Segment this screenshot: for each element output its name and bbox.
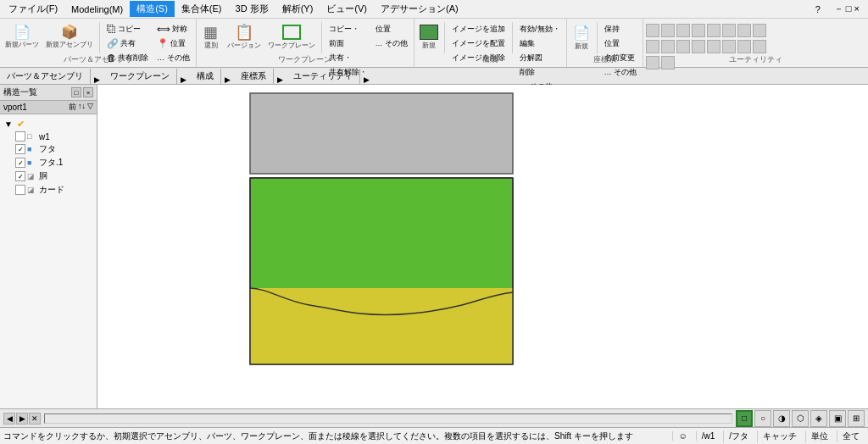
unshare-button[interactable]: 共有解除・	[326, 65, 370, 79]
utility-btn-8[interactable]	[753, 24, 766, 37]
menu-adstation[interactable]: アデサーション(A)	[374, 1, 465, 17]
share-button[interactable]: 🔗共有	[103, 36, 152, 50]
sort-button[interactable]: ▦ 選別	[199, 22, 223, 53]
utility-btn-5[interactable]	[707, 24, 721, 37]
view-btn-7[interactable]: ⊞	[848, 410, 865, 427]
panel-float-button[interactable]: □	[71, 87, 81, 97]
new-coord-button[interactable]: 📄 新規	[570, 22, 593, 53]
share-icon: 🔗	[107, 38, 119, 49]
edit-button[interactable]: 編集	[516, 36, 564, 50]
view-btn-3[interactable]: ◑	[773, 410, 790, 427]
enable-disable-button[interactable]: 有効/無効・	[516, 22, 564, 36]
add-image-button[interactable]: イメージを追加	[448, 22, 509, 36]
delete2-button[interactable]: 削除	[516, 65, 564, 79]
utility-btn-14[interactable]	[722, 40, 736, 53]
tree-check-futa1[interactable]	[15, 158, 25, 168]
utility-btn-16[interactable]	[753, 40, 766, 53]
utility-btn-10[interactable]	[661, 40, 675, 53]
new-assembly-button[interactable]: 📦 新規アセンブリ	[43, 22, 96, 53]
symmetry-button[interactable]: ⟺対称	[153, 22, 193, 36]
tree-item-body[interactable]: ◪ 胴	[2, 169, 95, 183]
place-image-button[interactable]: イメージを配置	[448, 36, 509, 50]
menu-analysis[interactable]: 解析(Y)	[275, 1, 320, 17]
version-icon: 📋	[235, 25, 253, 40]
tab-workplane-arrow[interactable]: ▶	[177, 75, 190, 84]
tree-item-card[interactable]: ◪ カード	[2, 183, 95, 197]
menu-modeling[interactable]: Modeling(M)	[64, 3, 130, 16]
tree-label-w1: w1	[39, 132, 50, 142]
menu-3d[interactable]: 3D 形形	[229, 1, 275, 17]
copy-button[interactable]: ⿻コピー	[103, 22, 152, 36]
menu-view[interactable]: ビュー(V)	[320, 1, 374, 17]
tab-parts-arrow[interactable]: ▶	[91, 75, 103, 84]
utility-btn-12[interactable]	[692, 40, 705, 53]
viewport[interactable]	[97, 85, 868, 408]
tree-check-body[interactable]	[15, 171, 25, 181]
workplane-icon	[282, 25, 301, 40]
symmetry-icon: ⟺	[157, 24, 170, 35]
tree-item-futa1[interactable]: ■ フタ.1	[2, 156, 95, 169]
view-btn-4[interactable]: ⬡	[792, 410, 809, 427]
menu-help[interactable]: ?	[809, 3, 827, 16]
viewport-filter-icon[interactable]: ▽	[87, 102, 93, 113]
tree-expand-icon: ▼	[3, 119, 14, 129]
status-indicator-3: キャッチ	[757, 430, 802, 442]
viewport-sort-icon[interactable]: ↑↓	[78, 102, 86, 113]
status-message: コマンドをクリックするか、初期選択でアセンブリ、パーツ、ワークプレーン、面または…	[3, 430, 669, 442]
view-btn-2[interactable]: ○	[754, 410, 771, 427]
utility-btn-6[interactable]	[722, 24, 736, 37]
utility-btn-9[interactable]	[646, 40, 659, 53]
menu-assembly[interactable]: 集合体(E)	[175, 1, 229, 17]
menu-window-controls[interactable]: － □ ×	[827, 1, 866, 17]
view-btn-5[interactable]: ◈	[810, 410, 827, 427]
scroll-right-button[interactable]: ▶	[16, 413, 28, 425]
other4-button[interactable]: … その他	[601, 65, 641, 79]
tree-item-futa[interactable]: ■ フタ	[2, 142, 95, 156]
scroll-x-button[interactable]: ✕	[29, 413, 41, 425]
utility-btn-15[interactable]	[737, 40, 751, 53]
tab-coordinate[interactable]: 座標系	[234, 69, 274, 84]
tree-check-w1[interactable]	[15, 131, 25, 142]
copy2-button[interactable]: コピー・	[326, 22, 370, 36]
horizontal-scrollbar[interactable]	[44, 413, 732, 424]
position2-button[interactable]: 位置	[372, 22, 412, 36]
view-btn-1[interactable]: □	[736, 410, 753, 427]
hold-button[interactable]: 保持	[601, 22, 641, 36]
scroll-left-button[interactable]: ◀	[3, 413, 15, 425]
utility-btn-2[interactable]	[661, 24, 675, 37]
front-button[interactable]: 前面	[326, 36, 370, 50]
view-btn-6[interactable]: ▣	[829, 410, 846, 427]
tree-check-card[interactable]	[15, 185, 25, 195]
panel-close-button[interactable]: ×	[83, 87, 93, 97]
position3-button[interactable]: 位置	[601, 36, 641, 50]
menu-file[interactable]: ファイル(F)	[2, 1, 64, 17]
menu-structure[interactable]: 構造(S)	[130, 1, 175, 17]
tab-composition-arrow[interactable]: ▶	[221, 75, 234, 84]
new-parts-button[interactable]: 📄 新規パーツ	[3, 22, 42, 53]
utility-btn-3[interactable]	[676, 24, 690, 37]
tree-check-futa[interactable]	[15, 144, 25, 154]
utility-btn-4[interactable]	[692, 24, 705, 37]
toolbar-coordinates: 📄 新規 保持 位置 名前変更 … その他 座標系	[567, 19, 644, 67]
sep1	[99, 22, 100, 53]
tree-root[interactable]: ▼ ✔	[2, 118, 95, 130]
tree-item-w1[interactable]: □ w1	[2, 130, 95, 142]
tree-type-futa: ■	[27, 145, 37, 153]
statusbar: コマンドをクリックするか、初期選択でアセンブリ、パーツ、ワークプレーン、面または…	[0, 427, 868, 444]
utility-btn-11[interactable]	[676, 40, 690, 53]
tab-parts-assembly[interactable]: パーツ＆アセンブリ	[0, 69, 91, 84]
position-button[interactable]: 📍位置	[153, 36, 193, 50]
viewport-front[interactable]: 前	[69, 102, 76, 113]
utility-btn-7[interactable]	[737, 24, 751, 37]
tab-coordinate-arrow[interactable]: ▶	[274, 75, 287, 84]
tab-composition[interactable]: 構成	[190, 69, 221, 84]
sep2	[321, 22, 322, 53]
tab-workplane[interactable]: ワークプレーン	[103, 69, 177, 84]
workplane-button[interactable]: ワークプレーン	[265, 22, 318, 53]
tree-type-futa1: ■	[27, 158, 37, 167]
new-comp-button[interactable]: 新規	[417, 22, 441, 53]
other2-button[interactable]: … その他	[372, 36, 412, 50]
version-button[interactable]: 📋 バージョン	[225, 22, 264, 53]
utility-btn-1[interactable]	[646, 24, 659, 37]
utility-btn-13[interactable]	[707, 40, 721, 53]
